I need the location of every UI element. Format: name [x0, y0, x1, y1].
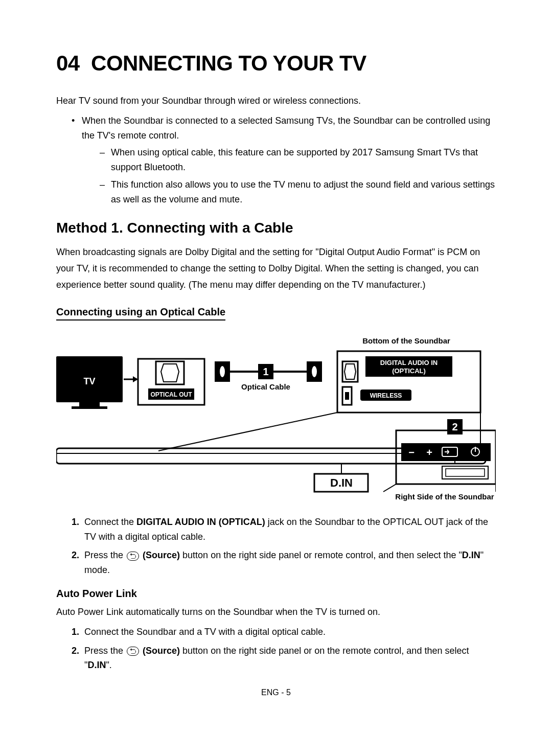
step-marker-2: 2 — [452, 421, 457, 432]
label-tv: TV — [83, 376, 95, 386]
step1-pre: Connect the — [84, 517, 136, 527]
svg-point-6 — [219, 365, 225, 378]
svg-rect-31 — [446, 469, 485, 476]
step2-mid: button on the right side panel or remote… — [180, 550, 462, 560]
bullet-item: When the Soundbar is connected to a sele… — [72, 113, 496, 207]
label-optical-out: OPTICAL OUT — [150, 391, 192, 398]
step1-bold: DIGITAL AUDIO IN (OPTICAL) — [136, 517, 265, 527]
autopower-heading: Auto Power Link — [56, 588, 496, 600]
ap-step2-source: (Source) — [143, 646, 180, 656]
method1-heading: Method 1. Connecting with a Cable — [56, 220, 496, 236]
svg-text:+: + — [426, 447, 432, 458]
optical-subheading: Connecting using an Optical Cable — [56, 306, 225, 320]
svg-rect-30 — [442, 466, 488, 479]
bullet-text: When the Soundbar is connected to a sele… — [82, 116, 490, 141]
intro-bullets: When the Soundbar is connected to a sele… — [56, 113, 496, 207]
step2-source: (Source) — [143, 550, 180, 560]
optical-steps: Connect the DIGITAL AUDIO IN (OPTICAL) j… — [56, 515, 496, 578]
svg-rect-4 — [156, 361, 184, 384]
step-marker-1: 1 — [263, 366, 268, 377]
dash-item: This function also allows you to use the… — [100, 177, 496, 207]
svg-line-33 — [383, 484, 396, 492]
label-bottom-soundbar: Bottom of the Soundbar — [362, 336, 450, 345]
label-din: D.IN — [330, 476, 353, 489]
label-digital-audio-in: DIGITAL AUDIO IN — [380, 359, 438, 366]
source-icon: ⮌ — [127, 647, 139, 656]
step2-din: D.IN — [462, 550, 480, 560]
intro-text: Hear TV sound from your Soundbar through… — [56, 94, 496, 108]
ap-step2-post: ". — [106, 660, 111, 670]
svg-line-16 — [158, 413, 337, 451]
step-item: Press the ⮌ (Source) button on the right… — [72, 548, 496, 578]
label-optical-paren: (OPTICAL) — [392, 367, 426, 375]
method1-desc: When broadcasting signals are Dolby Digi… — [56, 244, 496, 293]
label-optical-cable: Optical Cable — [241, 382, 290, 391]
step-item: Connect the DIGITAL AUDIO IN (OPTICAL) j… — [72, 515, 496, 544]
sub-dash-list: When using optical cable, this feature c… — [82, 145, 496, 207]
label-right-side: Right Side of the Soundbar — [395, 492, 494, 501]
step-item: Press the ⮌ (Source) button on the right… — [72, 644, 496, 673]
step-item: Connect the Soundbar and a TV with a dig… — [72, 625, 496, 639]
svg-point-9 — [311, 365, 317, 378]
ap-step2-mid: button on the right side panel or on the… — [84, 646, 469, 671]
ap-step2-din: D.IN — [87, 660, 106, 670]
label-wireless: WIRELESS — [370, 392, 402, 399]
chapter-title: 04 CONNECTING TO YOUR TV — [56, 51, 496, 76]
chapter-title-text: CONNECTING TO YOUR TV — [91, 51, 366, 75]
dash-item: When using optical cable, this feature c… — [100, 145, 496, 175]
svg-text:−: − — [408, 447, 415, 458]
source-icon: ⮌ — [127, 552, 139, 561]
step2-pre: Press the — [84, 550, 126, 560]
autopower-desc: Auto Power Link automatically turns on t… — [56, 605, 496, 620]
connection-diagram: Bottom of the Soundbar TV OPTICAL OUT 1 … — [56, 333, 496, 502]
page-footer: ENG - 5 — [56, 688, 496, 697]
svg-rect-14 — [345, 392, 349, 400]
svg-rect-2 — [72, 406, 107, 409]
ap-step2-pre: Press the — [84, 646, 126, 656]
chapter-number: 04 — [56, 51, 80, 75]
svg-rect-1 — [79, 402, 100, 406]
autopower-steps: Connect the Soundbar and a TV with a dig… — [56, 625, 496, 673]
